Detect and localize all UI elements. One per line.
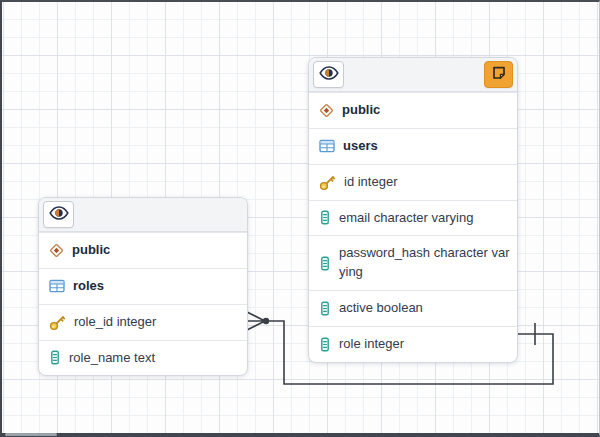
column-label: role integer <box>339 335 513 354</box>
column-icon <box>319 256 331 271</box>
show-details-button[interactable] <box>313 61 344 88</box>
primary-key-icon <box>319 174 336 191</box>
table-name: users <box>343 137 513 156</box>
column-row: role_name text <box>39 340 247 376</box>
column-icon <box>319 301 331 316</box>
table-header <box>39 198 247 232</box>
column-label: email character varying <box>339 209 513 228</box>
show-details-button[interactable] <box>43 201 74 228</box>
schema-name: public <box>72 241 243 260</box>
note-button[interactable] <box>484 61 513 88</box>
column-icon <box>319 210 331 225</box>
primary-key-icon <box>49 314 66 331</box>
column-icon <box>319 337 331 352</box>
schema-icon <box>49 243 64 258</box>
note-icon <box>491 65 507 84</box>
column-row: email character varying <box>309 200 517 236</box>
schema-icon <box>319 103 334 118</box>
column-row: id integer <box>309 164 517 200</box>
column-label: role_name text <box>69 349 243 368</box>
table-name-row: roles <box>39 268 247 304</box>
column-label: role_id integer <box>74 313 243 332</box>
column-label: password_hash character varying <box>339 244 513 282</box>
column-row: active boolean <box>309 290 517 326</box>
crow-foot-marker <box>247 312 265 330</box>
erd-canvas[interactable]: public roles role_id integer <box>0 0 600 437</box>
column-row: role integer <box>309 326 517 362</box>
table-name: roles <box>73 277 243 296</box>
column-label: id integer <box>344 173 513 192</box>
schema-name: public <box>342 101 513 120</box>
column-row: role_id integer <box>39 304 247 340</box>
table-node-roles[interactable]: public roles role_id integer <box>38 197 248 376</box>
table-name-row: users <box>309 128 517 164</box>
schema-row: public <box>39 232 247 268</box>
schema-row: public <box>309 92 517 128</box>
column-label: active boolean <box>339 299 513 318</box>
horizontal-scrollbar-thumb[interactable] <box>5 433 57 436</box>
table-icon <box>319 139 335 153</box>
table-header <box>309 58 517 92</box>
eye-icon <box>319 66 339 83</box>
table-icon <box>49 279 65 293</box>
crow-foot-dot <box>263 318 269 324</box>
column-row: password_hash character varying <box>309 235 517 290</box>
column-icon <box>49 350 61 365</box>
eye-icon <box>49 206 69 223</box>
table-node-users[interactable]: public users id integer <box>308 57 518 363</box>
